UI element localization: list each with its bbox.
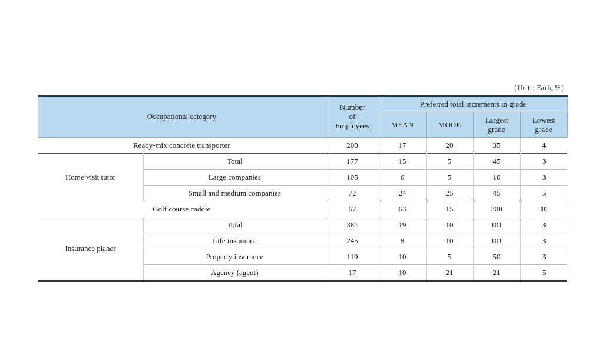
data-cell: 300 [473,201,520,217]
col-lowest: Lowest grade [520,112,567,137]
data-cell: 72 [326,185,379,201]
unit-label: （Unit：Each, %） [38,83,568,93]
table-row: Home visit tutorTotal177155453 [38,153,567,169]
category-cell: Insurance planer [38,217,144,281]
col-largest: Largest grade [473,112,520,137]
data-cell: 5 [426,153,473,169]
data-cell: 5 [520,185,567,201]
page-wrapper: （Unit：Each, %） Occupational category Num… [20,71,586,293]
data-cell: 50 [473,249,520,264]
col-preferred-span: Preferred total increments in grade [379,96,567,112]
data-cell: 21 [426,264,473,281]
subcategory-cell: Total [144,217,326,233]
data-cell: 15 [426,201,473,217]
data-cell: 45 [473,185,520,201]
col-occupational: Occupational category [38,96,326,138]
data-cell: 3 [520,249,567,264]
data-cell: 21 [473,264,520,281]
data-cell: 10 [520,201,567,217]
category-cell: Ready-mix concrete transporter [38,137,326,153]
data-cell: 10 [473,169,520,185]
subcategory-cell: Agency (agent) [144,264,326,281]
data-cell: 119 [326,249,379,264]
data-cell: 5 [426,249,473,264]
subcategory-cell: Small and medium companies [144,185,326,201]
subcategory-cell: Life insurance [144,233,326,249]
table-row: Golf course caddie67631530010 [38,201,567,217]
data-cell: 105 [326,169,379,185]
data-cell: 5 [520,264,567,281]
table-row: Insurance planerTotal38119101013 [38,217,567,233]
data-cell: 4 [520,137,567,153]
subcategory-cell: Property insurance [144,249,326,264]
data-cell: 200 [326,137,379,153]
data-cell: 177 [326,153,379,169]
subcategory-cell: Total [144,153,326,169]
data-cell: 3 [520,233,567,249]
data-cell: 19 [379,217,426,233]
data-cell: 67 [326,201,379,217]
category-cell: Home visit tutor [38,153,144,201]
data-cell: 45 [473,153,520,169]
data-cell: 3 [520,153,567,169]
data-cell: 101 [473,233,520,249]
data-cell: 5 [426,169,473,185]
data-cell: 24 [379,185,426,201]
data-cell: 25 [426,185,473,201]
data-cell: 15 [379,153,426,169]
data-table: Occupational category Number of Employee… [38,95,568,282]
category-cell: Golf course caddie [38,201,326,217]
data-cell: 35 [473,137,520,153]
data-cell: 10 [426,217,473,233]
data-cell: 101 [473,217,520,233]
data-cell: 245 [326,233,379,249]
col-mode: MODE [426,112,473,137]
data-cell: 63 [379,201,426,217]
data-cell: 10 [426,233,473,249]
data-cell: 17 [379,137,426,153]
data-cell: 17 [326,264,379,281]
data-cell: 10 [379,264,426,281]
data-cell: 3 [520,217,567,233]
subcategory-cell: Large companies [144,169,326,185]
data-cell: 3 [520,169,567,185]
data-cell: 381 [326,217,379,233]
col-employees: Number of Employees [326,96,379,138]
col-mean: MEAN [379,112,426,137]
table-row: Ready-mix concrete transporter2001720354 [38,137,567,153]
data-cell: 8 [379,233,426,249]
data-cell: 10 [379,249,426,264]
data-cell: 6 [379,169,426,185]
data-cell: 20 [426,137,473,153]
